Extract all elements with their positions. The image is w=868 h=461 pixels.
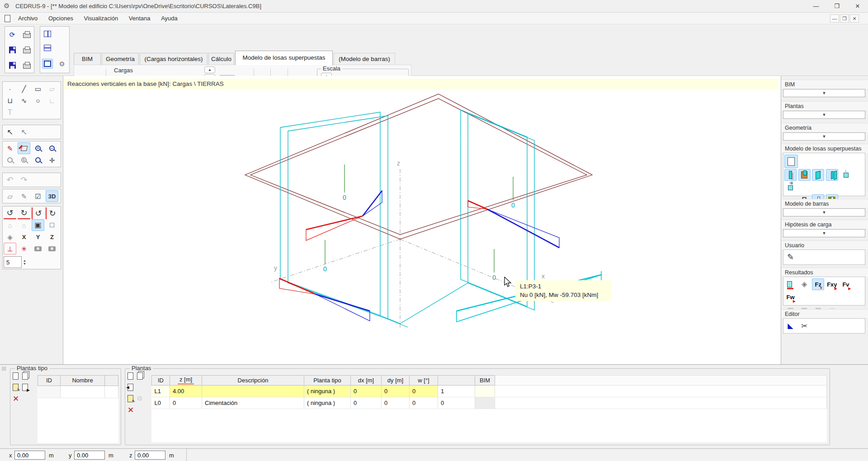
drawing-canvas[interactable]: Reacciones verticales en la base [kN]: C… — [63, 76, 781, 364]
print-icon[interactable] — [23, 33, 31, 38]
tab-modelo-barras[interactable]: (Modelo de barras) — [334, 53, 395, 65]
copy-planta-tipo-icon[interactable] — [22, 372, 28, 380]
delete-planta-tipo-icon[interactable]: ✕ — [13, 395, 19, 403]
hipotesis-dropdown[interactable]: ▼ — [783, 229, 865, 237]
menu-visualizacion[interactable]: Visualización — [80, 13, 123, 24]
save-all-icon[interactable] — [9, 62, 16, 69]
camera-edit-icon[interactable] — [46, 243, 58, 254]
pt-col-id[interactable]: ID — [38, 376, 61, 386]
point-load-button[interactable]: ↓ — [840, 169, 852, 181]
rotate-left-icon[interactable]: ↺ — [4, 207, 16, 219]
wall-button[interactable] — [812, 169, 824, 181]
zoom-out-tool[interactable] — [46, 142, 58, 154]
x-coord-input[interactable] — [14, 451, 45, 460]
col-descripcion[interactable]: Descripción — [202, 376, 304, 386]
cube-view-icon[interactable]: ▣ — [32, 219, 44, 231]
ushape-tool[interactable]: ⊔ — [4, 94, 16, 106]
fw-results-button[interactable]: Fw▶ — [784, 291, 797, 303]
insert-planta-icon[interactable]: ◀ — [127, 384, 133, 391]
print-preview-icon[interactable] — [23, 64, 31, 69]
detail-spin-down[interactable]: ▼ — [23, 262, 26, 265]
y-coord-input[interactable] — [74, 451, 105, 460]
pt-col-nombre[interactable]: Nombre — [61, 376, 105, 386]
column-button[interactable] — [784, 169, 797, 181]
rotate-right-icon[interactable]: ↻ — [18, 207, 30, 219]
select-tool[interactable]: ↖ — [4, 126, 16, 138]
zoom-window-tool[interactable] — [4, 154, 16, 166]
table-row-l1[interactable]: L1 4.00 ( ninguna ) 0 0 0 1 — [152, 386, 827, 397]
rotate-up-icon[interactable]: ↺ — [32, 207, 44, 219]
menu-ayuda[interactable]: Ayuda — [156, 13, 182, 24]
axis-perp-icon[interactable]: ⊥ — [4, 243, 16, 254]
open-project-icon[interactable]: ⟳ — [9, 31, 15, 38]
col-id[interactable]: ID — [152, 376, 170, 386]
plane-edit-icon[interactable]: ✎ — [18, 190, 30, 202]
paint-bucket-tool[interactable] — [18, 142, 30, 154]
view-3d-button[interactable]: 3D — [46, 190, 58, 202]
save-icon[interactable] — [9, 47, 16, 53]
mdi-restore-button[interactable]: ❐ — [840, 14, 849, 23]
delete-planta-icon[interactable]: ✕ — [127, 406, 134, 414]
pt-col-extra[interactable] — [105, 376, 118, 386]
pile-button[interactable] — [798, 169, 811, 181]
col-planta-tipo[interactable]: Planta tipo — [304, 376, 351, 386]
table-row-l0[interactable]: L0 0 Cimentación ( ninguna ) 0 0 0 0 — [152, 397, 827, 409]
menu-archivo[interactable]: Archivo — [14, 13, 42, 24]
mesh-view-icon[interactable]: ◈ — [4, 231, 16, 243]
line-tool[interactable]: ╱ — [18, 83, 30, 94]
zoom-previous-tool[interactable] — [18, 154, 30, 166]
cube-wire-icon[interactable]: □ — [46, 219, 58, 231]
edit-planta-icon[interactable]: ✎ — [127, 395, 133, 402]
new-planta-tipo-icon[interactable] — [13, 372, 19, 380]
plane-view-icon[interactable]: ▱ — [4, 190, 16, 202]
single-pane-icon[interactable] — [42, 59, 53, 69]
zoom-extents-tool[interactable] — [32, 154, 44, 166]
zoom-in-tool[interactable] — [32, 142, 44, 154]
fxy-results-button[interactable]: Fxy▶ — [826, 278, 838, 290]
col-extra[interactable] — [438, 376, 475, 386]
view-x-button[interactable]: X — [18, 231, 30, 243]
tab-modelo-losas[interactable]: Modelo de losas superpuestas — [235, 51, 333, 65]
col-w[interactable]: w [°] — [410, 376, 438, 386]
fz-results-button[interactable]: Fz▼ — [812, 278, 824, 290]
model-3d-scene[interactable]: z y x 0 0 0 0 — [63, 89, 780, 363]
rotate-down-icon[interactable]: ↻ — [46, 207, 58, 219]
cut-icon[interactable]: ✂ — [798, 320, 811, 332]
cargas-spin-up[interactable]: ▲ — [204, 66, 215, 73]
view-z-button[interactable]: Z — [46, 231, 58, 243]
eye-icon[interactable]: ⊙ — [59, 61, 65, 67]
axes-3d-icon[interactable]: ✳ — [18, 243, 30, 254]
panel-grip-icon[interactable]: ⊠ — [1, 366, 6, 372]
moved-load-button[interactable]: ⇉ — [784, 182, 797, 193]
tab-geometria[interactable]: Geometría — [102, 53, 139, 65]
detail-level-input[interactable]: 5 — [4, 256, 22, 268]
close-button[interactable]: ✕ — [847, 0, 868, 13]
minimize-button[interactable]: — — [806, 0, 826, 13]
col-dy[interactable]: dy [m] — [382, 376, 410, 386]
edit-planta-tipo-icon[interactable]: ✎ — [13, 384, 19, 391]
rectangle-tool[interactable]: ▭ — [32, 83, 44, 94]
menu-opciones[interactable]: Opciones — [44, 13, 78, 24]
z-coord-input[interactable] — [135, 451, 165, 460]
slope-editor-icon[interactable]: ◣ — [784, 320, 797, 332]
slab-region-button[interactable] — [784, 155, 798, 168]
copy-planta-icon[interactable] — [137, 372, 143, 380]
view-y-button[interactable]: Y — [32, 231, 44, 243]
col-bim[interactable]: BIM — [475, 376, 495, 386]
mdi-close-button[interactable]: ✕ — [850, 14, 859, 23]
polyline-tool[interactable]: ∿ — [18, 94, 30, 106]
pt-empty-row[interactable] — [38, 386, 118, 398]
restore-button[interactable]: ❐ — [826, 0, 847, 13]
camera-icon[interactable] — [32, 243, 44, 254]
point-tool[interactable]: · — [4, 83, 16, 94]
menu-ventana[interactable]: Ventana — [124, 13, 155, 24]
tab-calculo[interactable]: Cálculo — [208, 53, 234, 65]
tab-bim[interactable]: BIM — [74, 53, 101, 65]
pan-tool[interactable]: ✛ — [46, 154, 58, 166]
mdi-minimize-button[interactable]: — — [830, 14, 839, 23]
user-edit-icon[interactable]: ✎ — [784, 251, 797, 263]
col-dx[interactable]: dx [m] — [351, 376, 382, 386]
wall-results-button[interactable] — [784, 278, 797, 290]
new-planta-icon[interactable] — [127, 372, 133, 380]
split-vertical-icon[interactable] — [44, 31, 51, 37]
